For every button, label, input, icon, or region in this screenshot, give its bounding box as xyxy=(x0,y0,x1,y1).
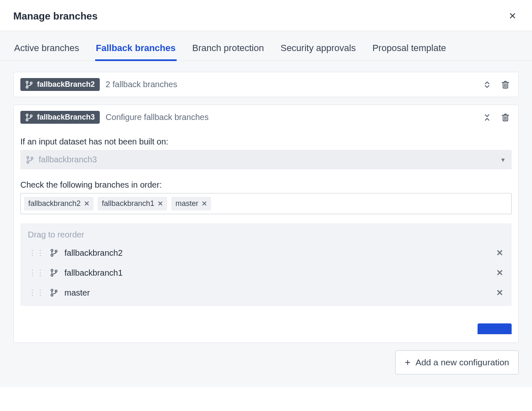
tabs-bar: Active branches Fallback branches Branch… xyxy=(0,31,532,61)
git-branch-icon xyxy=(26,156,34,164)
branch-tag: fallbackbranch2 ✕ xyxy=(24,197,94,210)
reorder-row[interactable]: ⋮⋮ fallbackbranch1 ✕ xyxy=(28,263,504,283)
remove-tag-icon[interactable]: ✕ xyxy=(158,200,163,208)
branch-chip: fallbackBranch2 xyxy=(20,78,100,91)
reorder-branch-label: fallbackbranch1 xyxy=(64,268,123,278)
remove-row-icon[interactable]: ✕ xyxy=(496,268,503,278)
remove-row-icon[interactable]: ✕ xyxy=(496,248,503,258)
reorder-title: Drag to reorder xyxy=(28,230,504,240)
trash-icon[interactable] xyxy=(499,111,512,124)
label-check-order: Check the following branches in order: xyxy=(20,180,512,190)
expand-icon[interactable] xyxy=(481,78,493,91)
branch-tag: master ✕ xyxy=(171,197,211,210)
reorder-branch-label: fallbackbranch2 xyxy=(64,248,123,258)
branch-chip-label: fallbackBranch3 xyxy=(37,113,95,122)
reorder-panel: Drag to reorder ⋮⋮ fallbackbranch2 ✕ ⋮⋮ xyxy=(20,223,512,306)
source-branch-select[interactable]: fallbackbranch3 ▼ xyxy=(20,150,512,169)
add-configuration-button[interactable]: + Add a new configuration xyxy=(395,350,519,374)
label-if-not-built: If an input dataset has not been built o… xyxy=(20,137,512,147)
trash-icon[interactable] xyxy=(499,78,512,91)
drag-handle-icon[interactable]: ⋮⋮ xyxy=(29,248,44,257)
reorder-row[interactable]: ⋮⋮ master ✕ xyxy=(28,283,504,303)
collapse-icon[interactable] xyxy=(481,111,493,124)
reorder-row[interactable]: ⋮⋮ fallbackbranch2 ✕ xyxy=(28,243,504,263)
dialog-header: Manage branches ✕ xyxy=(0,0,532,31)
branch-tag-label: fallbackbranch1 xyxy=(102,199,154,208)
add-configuration-label: Add a new configuration xyxy=(416,357,509,367)
fallback-tags-input[interactable]: fallbackbranch2 ✕ fallbackbranch1 ✕ mast… xyxy=(20,193,512,214)
git-branch-icon xyxy=(25,113,34,122)
git-branch-icon xyxy=(50,249,59,257)
git-branch-icon xyxy=(50,269,59,277)
tab-security-approvals[interactable]: Security approvals xyxy=(280,40,357,61)
tab-fallback-branches[interactable]: Fallback branches xyxy=(95,40,177,61)
dialog-title: Manage branches xyxy=(13,10,98,22)
source-branch-value: fallbackbranch3 xyxy=(39,155,97,164)
manage-branches-dialog: Manage branches ✕ Active branches Fallba… xyxy=(0,0,532,387)
branch-tag-label: fallbackbranch2 xyxy=(28,199,81,208)
drag-handle-icon[interactable]: ⋮⋮ xyxy=(29,288,44,297)
remove-tag-icon[interactable]: ✕ xyxy=(84,200,89,208)
tab-active-branches[interactable]: Active branches xyxy=(13,40,80,61)
branch-tag-label: master xyxy=(175,199,198,208)
remove-tag-icon[interactable]: ✕ xyxy=(202,200,207,208)
fallback-config-card-collapsed: fallbackBranch2 2 fallback branches xyxy=(13,72,519,97)
plus-icon: + xyxy=(405,357,411,368)
card-subtitle: 2 fallback branches xyxy=(106,80,177,89)
branch-chip-label: fallbackBranch2 xyxy=(37,80,95,89)
reorder-branch-label: master xyxy=(64,288,90,298)
branch-tag: fallbackbranch1 ✕ xyxy=(98,197,167,210)
drag-handle-icon[interactable]: ⋮⋮ xyxy=(29,268,44,277)
remove-row-icon[interactable]: ✕ xyxy=(496,288,503,298)
fallback-config-card-expanded: fallbackBranch3 Configure fallback branc… xyxy=(13,105,519,343)
chevron-down-icon: ▼ xyxy=(500,157,506,163)
tab-branch-protection[interactable]: Branch protection xyxy=(192,40,265,61)
git-branch-icon xyxy=(25,81,34,89)
branch-chip: fallbackBranch3 xyxy=(20,111,100,124)
git-branch-icon xyxy=(50,289,59,297)
card-subtitle: Configure fallback branches xyxy=(106,113,209,122)
save-button[interactable] xyxy=(478,323,512,334)
close-icon[interactable]: ✕ xyxy=(506,9,519,23)
tab-proposal-template[interactable]: Proposal template xyxy=(372,40,447,61)
